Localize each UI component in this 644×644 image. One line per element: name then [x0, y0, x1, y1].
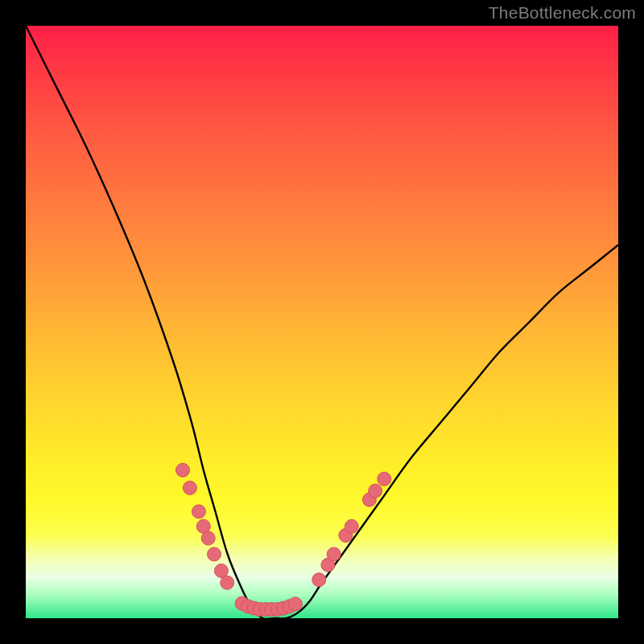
data-marker — [192, 505, 205, 518]
chart-plot-area — [26, 26, 618, 618]
data-marker — [208, 547, 221, 561]
data-marker — [345, 519, 358, 533]
data-marker — [312, 573, 326, 587]
data-marker — [378, 473, 391, 486]
chart-frame: TheBottleneck.com — [0, 0, 644, 644]
data-marker — [176, 464, 190, 477]
data-marker — [327, 547, 341, 561]
watermark-text: TheBottleneck.com — [489, 3, 636, 23]
data-marker — [369, 484, 382, 497]
data-marker — [288, 597, 302, 611]
data-marker — [221, 576, 234, 589]
bottleneck-curve — [26, 26, 618, 618]
chart-svg — [26, 26, 618, 618]
data-marker — [183, 481, 196, 495]
data-marker — [201, 531, 215, 545]
